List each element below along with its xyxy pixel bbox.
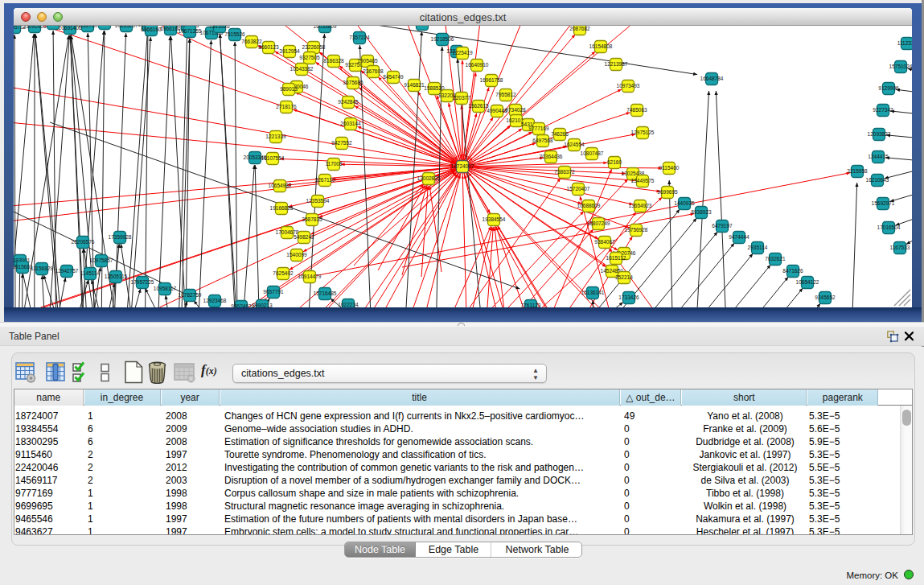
svg-text:8990213: 8990213 xyxy=(252,303,273,307)
svg-text:3215958: 3215958 xyxy=(847,168,868,174)
svg-text:19218506: 19218506 xyxy=(431,36,454,42)
svg-text:2367608: 2367608 xyxy=(363,68,384,74)
svg-text:10782759: 10782759 xyxy=(179,292,202,298)
svg-text:1540099: 1540099 xyxy=(286,252,307,257)
svg-text:23091406: 23091406 xyxy=(23,26,47,29)
svg-text:8186328: 8186328 xyxy=(323,58,344,64)
svg-text:989013: 989013 xyxy=(280,86,298,92)
svg-text:1440935: 1440935 xyxy=(674,200,695,206)
svg-text:7515526: 7515526 xyxy=(209,26,230,29)
svg-text:6966160: 6966160 xyxy=(141,27,162,32)
svg-text:2087682: 2087682 xyxy=(569,26,590,31)
svg-text:13654923: 13654923 xyxy=(629,203,652,208)
svg-text:7357224: 7357224 xyxy=(349,35,370,40)
svg-text:12942757: 12942757 xyxy=(55,268,79,274)
svg-text:10975857: 10975857 xyxy=(90,257,113,263)
svg-text:12353594: 12353594 xyxy=(306,198,330,204)
svg-text:13449575: 13449575 xyxy=(631,178,655,183)
svg-text:8813054: 8813054 xyxy=(412,26,433,27)
svg-text:9699695: 9699695 xyxy=(657,189,678,195)
svg-text:16640910: 16640910 xyxy=(466,62,489,68)
svg-text:1615112: 1615112 xyxy=(606,255,626,261)
svg-text:1733426: 1733426 xyxy=(618,295,639,300)
svg-text:3912954: 3912954 xyxy=(279,48,300,54)
svg-text:9227342: 9227342 xyxy=(873,107,893,113)
svg-text:8471626: 8471626 xyxy=(782,268,803,274)
svg-text:18724007: 18724007 xyxy=(451,163,474,169)
svg-text:16154808: 16154808 xyxy=(589,43,613,49)
svg-text:5498242: 5498242 xyxy=(294,234,314,240)
svg-text:1112334: 1112334 xyxy=(897,40,912,46)
svg-text:7955812: 7955812 xyxy=(495,92,516,97)
svg-text:2935114: 2935114 xyxy=(748,245,768,250)
svg-text:1562615: 1562615 xyxy=(468,103,489,109)
svg-text:10671355: 10671355 xyxy=(179,28,202,34)
svg-text:6497568: 6497568 xyxy=(532,138,553,143)
svg-text:117008: 117008 xyxy=(325,161,343,167)
svg-text:3267110: 3267110 xyxy=(315,177,335,183)
svg-text:12975125: 12975125 xyxy=(631,130,655,135)
svg-text:10688609: 10688609 xyxy=(577,203,601,208)
svg-text:3587835: 3587835 xyxy=(302,216,322,222)
svg-text:9129996: 9129996 xyxy=(878,85,899,91)
svg-text:12213987: 12213987 xyxy=(605,61,628,67)
svg-text:8454749: 8454749 xyxy=(383,74,404,80)
svg-text:10653257: 10653257 xyxy=(115,26,138,28)
svg-text:19756928: 19756928 xyxy=(625,227,648,233)
svg-text:15751024: 15751024 xyxy=(889,64,912,69)
svg-text:1905465: 1905465 xyxy=(357,58,378,64)
svg-text:2718176: 2718176 xyxy=(276,104,297,109)
svg-text:9245652: 9245652 xyxy=(815,295,836,300)
svg-text:10654122: 10654122 xyxy=(796,279,819,285)
svg-text:15716485: 15716485 xyxy=(314,290,337,296)
svg-text:12505115: 12505115 xyxy=(105,274,128,279)
svg-text:17016504: 17016504 xyxy=(877,225,901,230)
svg-text:9427552: 9427552 xyxy=(331,140,352,146)
svg-text:9777169: 9777169 xyxy=(528,126,549,131)
svg-text:1221339: 1221339 xyxy=(265,134,286,139)
svg-text:17957225: 17957225 xyxy=(131,279,154,285)
svg-text:220377: 220377 xyxy=(453,95,470,101)
svg-text:16648784: 16648784 xyxy=(700,76,724,81)
svg-text:15692971: 15692971 xyxy=(872,200,895,206)
svg-text:12923468: 12923468 xyxy=(203,298,227,303)
svg-text:2603144: 2603144 xyxy=(340,121,361,126)
svg-text:10807487: 10807487 xyxy=(581,150,604,156)
svg-text:16961758: 16961758 xyxy=(480,77,503,83)
svg-text:12093822: 12093822 xyxy=(868,131,891,137)
svg-text:9146821: 9146821 xyxy=(404,82,425,88)
svg-text:7515526: 7515526 xyxy=(224,31,245,37)
svg-text:16210643: 16210643 xyxy=(866,177,889,183)
svg-text:7632621: 7632621 xyxy=(765,256,786,262)
svg-text:9474444: 9474444 xyxy=(729,234,749,240)
svg-text:7625402: 7625402 xyxy=(273,270,294,276)
svg-text:15136141: 15136141 xyxy=(581,290,605,295)
svg-text:7761123: 7761123 xyxy=(521,303,541,307)
svg-text:8938923: 8938923 xyxy=(691,209,712,215)
svg-text:1022234: 1022234 xyxy=(338,302,359,307)
svg-text:3675685: 3675685 xyxy=(343,80,363,85)
svg-text:7386372: 7386372 xyxy=(554,169,575,175)
svg-text:7485063: 7485063 xyxy=(626,107,647,113)
svg-text:4990448: 4990448 xyxy=(487,108,507,113)
svg-text:9115460: 9115460 xyxy=(659,165,680,171)
svg-text:19384554: 19384554 xyxy=(483,216,506,222)
svg-text:7663822: 7663822 xyxy=(241,39,262,44)
svg-text:1152760: 1152760 xyxy=(78,26,98,28)
svg-text:1225419: 1225419 xyxy=(452,50,473,56)
svg-text:1145114: 1145114 xyxy=(80,270,101,276)
svg-text:6479197: 6479197 xyxy=(712,223,733,229)
svg-text:9734028: 9734028 xyxy=(505,107,526,113)
svg-text:62160: 62160 xyxy=(607,159,622,165)
svg-text:11156829: 11156829 xyxy=(31,266,53,271)
svg-text:10543382: 10543382 xyxy=(290,66,314,72)
svg-text:9384067: 9384067 xyxy=(594,239,615,245)
svg-text:9862463: 9862463 xyxy=(231,303,252,307)
svg-text:9657791: 9657791 xyxy=(263,289,284,295)
svg-text:10654982: 10654982 xyxy=(269,183,292,188)
svg-text:1244415: 1244415 xyxy=(868,154,889,159)
svg-text:10958117: 10958117 xyxy=(154,286,177,291)
svg-text:23226058: 23226058 xyxy=(302,44,326,50)
svg-text:1624554: 1624554 xyxy=(564,142,585,147)
svg-text:252214: 252214 xyxy=(615,274,633,280)
